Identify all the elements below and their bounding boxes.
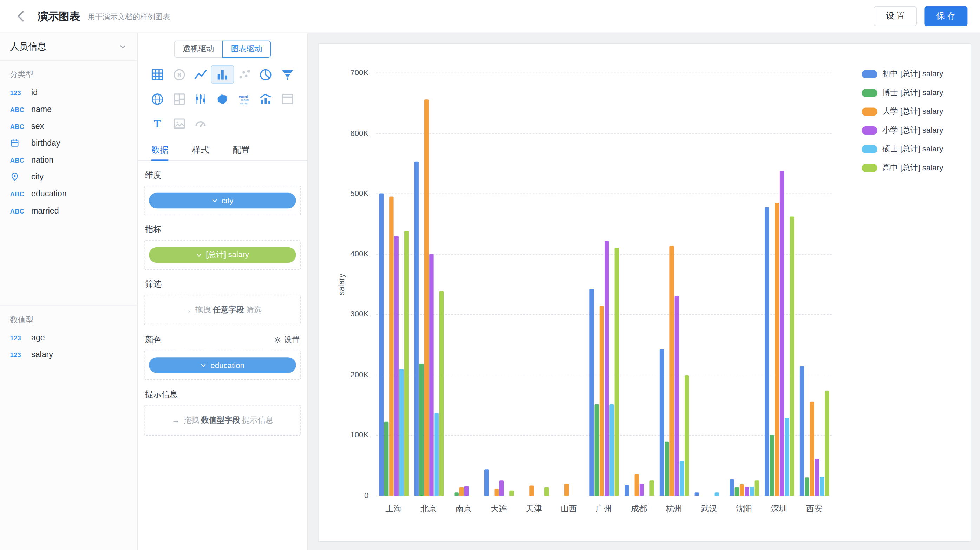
legend-item-5[interactable]: 高中 [总计] salary (862, 163, 943, 173)
bar-北京-1[interactable] (419, 364, 423, 496)
mode-tab-chart-driven[interactable]: 图表驱动 (222, 41, 271, 57)
bar-广州-4[interactable] (609, 404, 613, 496)
bar-深圳-2[interactable] (775, 203, 779, 496)
bar-北京-2[interactable] (424, 100, 428, 496)
bar-武汉-4[interactable] (714, 493, 719, 496)
bar-天津-2[interactable] (529, 485, 533, 496)
bar-大连-2[interactable] (494, 489, 498, 496)
field-item-city[interactable]: city (0, 168, 137, 185)
bar-大连-0[interactable] (484, 469, 488, 496)
bar-西安-2[interactable] (810, 402, 814, 496)
settings-button[interactable]: 设 置 (874, 6, 917, 26)
dataset-selector[interactable]: 人员信息 (0, 33, 137, 60)
bar-成都-3[interactable] (639, 483, 643, 496)
mode-tab-pivot-driven[interactable]: 透视驱动 (174, 41, 223, 57)
treemap-chart-button[interactable] (168, 90, 190, 108)
funnel-chart-button[interactable] (277, 66, 299, 83)
legend-item-3[interactable]: 小学 [总计] salary (862, 125, 943, 135)
bar-沈阳-0[interactable] (729, 479, 733, 496)
bar-上海-2[interactable] (389, 196, 393, 496)
bar-广州-1[interactable] (594, 404, 598, 496)
bar-深圳-4[interactable] (784, 418, 789, 496)
table-chart-button[interactable] (146, 66, 168, 83)
field-item-name[interactable]: ABCname (0, 101, 137, 118)
bar-南京-2[interactable] (459, 488, 463, 496)
metric-dropzone[interactable]: [总计] salary (144, 240, 301, 270)
field-item-nation[interactable]: ABCnation (0, 151, 137, 168)
bar-沈阳-4[interactable] (749, 486, 753, 496)
color-settings-button[interactable]: 设置 (274, 334, 300, 345)
field-item-birthday[interactable]: birthday (0, 135, 137, 151)
waterfall-chart-button[interactable] (190, 90, 212, 108)
legend-item-1[interactable]: 博士 [总计] salary (862, 87, 943, 98)
tooltip-dropzone[interactable]: → 拖拽数值型字段提示信息 (144, 405, 301, 436)
bar-上海-5[interactable] (404, 231, 408, 496)
bar-广州-3[interactable] (604, 241, 608, 496)
config-tab-样式[interactable]: 样式 (192, 140, 209, 160)
bar-杭州-4[interactable] (679, 461, 684, 496)
dimension-pill-city[interactable]: city (149, 193, 296, 208)
bar-成都-2[interactable] (634, 474, 639, 496)
bar-深圳-5[interactable] (789, 216, 794, 496)
field-item-age[interactable]: 123age (0, 329, 137, 346)
dimension-dropzone[interactable]: city (144, 186, 301, 215)
config-tab-数据[interactable]: 数据 (151, 140, 168, 160)
bar-西安-5[interactable] (824, 391, 829, 496)
line-chart-button[interactable] (190, 66, 212, 83)
bar-大连-3[interactable] (499, 480, 503, 496)
bar-杭州-2[interactable] (669, 246, 673, 496)
legend-item-4[interactable]: 硕士 [总计] salary (862, 144, 943, 154)
config-tab-配置[interactable]: 配置 (233, 140, 250, 160)
bar-chart-button[interactable] (212, 66, 233, 83)
back-button[interactable] (13, 7, 30, 25)
bar-沈阳-3[interactable] (744, 487, 749, 496)
field-item-id[interactable]: 123id (0, 84, 137, 101)
save-button[interactable]: 保 存 (924, 6, 968, 26)
bar-深圳-1[interactable] (769, 435, 773, 496)
image-chart-button[interactable] (168, 114, 190, 132)
bar-上海-3[interactable] (394, 236, 398, 496)
color-pill-education[interactable]: education (149, 357, 296, 373)
radar-chart-button[interactable] (146, 90, 168, 108)
bar-南京-3[interactable] (464, 486, 468, 496)
bar-广州-2[interactable] (599, 306, 603, 496)
bar-上海-4[interactable] (399, 369, 403, 496)
combo-chart-button[interactable] (255, 90, 277, 108)
richtext-chart-button[interactable] (277, 90, 299, 108)
bar-西安-3[interactable] (815, 459, 819, 496)
bar-西安-4[interactable] (819, 477, 824, 496)
bar-沈阳-2[interactable] (740, 484, 744, 496)
bar-沈阳-5[interactable] (754, 480, 759, 496)
bar-武汉-0[interactable] (694, 493, 698, 496)
bar-杭州-1[interactable] (664, 442, 668, 496)
bar-天津-5[interactable] (544, 488, 548, 496)
bar-北京-5[interactable] (439, 291, 443, 496)
bar-山西-2[interactable] (564, 483, 568, 496)
scatter-chart-button[interactable] (233, 66, 255, 83)
wordcloud-chart-button[interactable]: wordCloudapi tag (233, 90, 255, 108)
bar-沈阳-1[interactable] (735, 488, 739, 496)
bar-杭州-5[interactable] (684, 375, 689, 496)
bar-北京-4[interactable] (434, 413, 438, 496)
bar-广州-0[interactable] (589, 289, 593, 496)
map-chart-button[interactable] (212, 90, 233, 108)
bar-广州-5[interactable] (614, 248, 619, 496)
field-item-education[interactable]: ABCeducation (0, 185, 137, 202)
pie-chart-button[interactable] (255, 66, 277, 83)
field-item-sex[interactable]: ABCsex (0, 118, 137, 135)
kpi-ball-button[interactable]: 8 (168, 66, 190, 83)
legend-item-2[interactable]: 大学 [总计] salary (862, 107, 943, 117)
filter-dropzone[interactable]: → 拖拽任意字段筛选 (144, 295, 301, 325)
bar-西安-0[interactable] (799, 366, 804, 496)
bar-深圳-3[interactable] (780, 171, 784, 496)
bar-西安-1[interactable] (804, 477, 808, 496)
bar-杭州-3[interactable] (675, 296, 679, 496)
bar-大连-5[interactable] (509, 491, 513, 496)
bar-南京-1[interactable] (454, 493, 458, 496)
gauge-chart-button[interactable] (190, 114, 212, 132)
metric-pill-salary[interactable]: [总计] salary (149, 247, 296, 263)
bar-北京-0[interactable] (414, 162, 418, 496)
bar-成都-5[interactable] (649, 480, 653, 496)
legend-item-0[interactable]: 初中 [总计] salary (862, 69, 943, 79)
bar-上海-0[interactable] (379, 194, 383, 496)
